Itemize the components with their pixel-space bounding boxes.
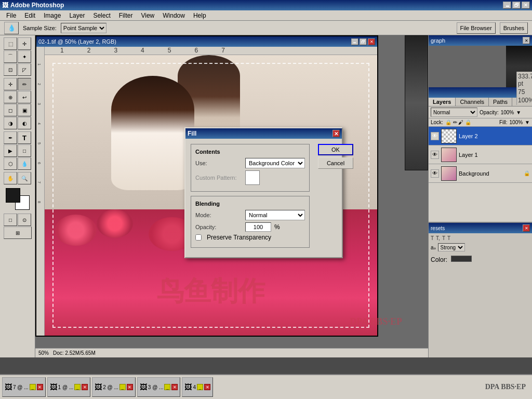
fill-cancel-button[interactable]: Cancel xyxy=(318,157,353,169)
color-swatch[interactable] xyxy=(451,256,472,262)
brush-tool[interactable]: ✏ xyxy=(18,78,31,90)
fill-dialog-body: Contents Use: Background Color Foregroun… xyxy=(185,139,342,257)
fill-use-label: Use: xyxy=(195,160,242,166)
magic-wand-tool[interactable]: ✦ xyxy=(18,50,31,63)
layer-item-layer1[interactable]: 👁 Layer 1 xyxy=(429,145,532,164)
task4-min-button[interactable]: _ xyxy=(197,384,203,390)
menu-edit[interactable]: Edit xyxy=(20,11,39,20)
doc-restore-button[interactable]: 🗗 xyxy=(360,38,367,45)
close-button[interactable]: ✕ xyxy=(522,2,530,9)
layer-item-background[interactable]: 👁 Background 🔒 xyxy=(429,164,532,183)
dodge-tool[interactable]: ◑ xyxy=(4,117,17,129)
task3-min-button[interactable]: _ xyxy=(164,384,170,390)
fill-mode-label: Mode: xyxy=(195,212,242,218)
path-select-tool[interactable]: ▶ xyxy=(4,144,17,157)
task4-close-button[interactable]: ✕ xyxy=(204,384,210,390)
task3-close-button[interactable]: ✕ xyxy=(171,384,178,390)
pen-tool[interactable]: ✒ xyxy=(4,131,17,144)
tab-channels[interactable]: Channels xyxy=(456,98,488,106)
tab-paths[interactable]: Paths xyxy=(489,98,512,106)
menu-image[interactable]: Image xyxy=(39,11,65,20)
menu-view[interactable]: View xyxy=(137,11,158,20)
task7-icon: 🖼 xyxy=(5,383,12,391)
tab-layers[interactable]: Layers xyxy=(429,98,456,106)
doc-close-button[interactable]: ✕ xyxy=(368,38,375,45)
eyedropper-tool-icon: 💧 xyxy=(4,22,19,34)
fill-pattern-preview[interactable] xyxy=(245,170,260,185)
history-tool[interactable]: ↩ xyxy=(18,91,31,103)
task7-min-button[interactable]: _ xyxy=(30,384,36,390)
screen-mode-button[interactable]: ⊞ xyxy=(4,227,32,239)
3d-tool[interactable]: ⬡ xyxy=(4,157,17,170)
lasso-tool[interactable]: ⌒ xyxy=(4,50,17,63)
slice-tool[interactable]: ◸ xyxy=(18,63,31,76)
taskbar-item-7[interactable]: 🖼 7 @ ... _ ✕ xyxy=(2,377,46,397)
layer-visibility-layer2[interactable]: 👁 xyxy=(431,132,439,140)
foreground-color-swatch[interactable] xyxy=(6,188,20,203)
brushes-button[interactable]: Brushes xyxy=(500,22,528,34)
gradient-tool[interactable]: ▣ xyxy=(18,104,31,116)
marquee-tool[interactable]: ⬚ xyxy=(4,37,17,50)
layer-item-layer2[interactable]: 👁 Layer 2 xyxy=(429,127,532,145)
horizontal-ruler: 1 2 3 4 5 6 7 xyxy=(45,47,377,55)
layer-visibility-layer1[interactable]: 👁 xyxy=(431,151,439,159)
taskbar-item-4[interactable]: 🖼 4 _ ✕ xyxy=(182,377,213,397)
menu-layer[interactable]: Layer xyxy=(65,11,89,20)
menu-file[interactable]: File xyxy=(2,11,20,20)
fill-use-row: Use: Background Color Foreground Color P… xyxy=(195,158,305,168)
strong-select[interactable]: Strong xyxy=(438,243,465,251)
maximize-button[interactable]: 🗗 xyxy=(512,2,521,9)
num-333: 333.75 pt xyxy=(518,73,531,87)
quick-mask-button[interactable]: ⊙ xyxy=(18,214,31,226)
arrow-icon[interactable]: ▼ xyxy=(516,110,521,115)
move-tool[interactable]: ✛ xyxy=(18,37,31,50)
menu-filter[interactable]: Filter xyxy=(115,11,137,20)
fill-ok-button[interactable]: OK xyxy=(318,144,353,155)
eyedropper-tool[interactable]: 💧 xyxy=(18,157,31,170)
clone-tool[interactable]: ⊕ xyxy=(4,91,17,103)
task1-min-button[interactable]: _ xyxy=(74,384,81,390)
taskbar-item-1[interactable]: 🖼 1 @ ... _ ✕ xyxy=(47,377,91,397)
fill-opacity-input[interactable] xyxy=(245,222,271,232)
taskbar-item-3[interactable]: 🖼 3 @ ... _ ✕ xyxy=(137,377,181,397)
file-browser-button[interactable]: File Browser xyxy=(457,22,496,34)
blend-mode-select[interactable]: Normal Multiply Screen xyxy=(431,108,477,117)
fill-label: Fill: xyxy=(499,119,508,125)
fill-mode-select[interactable]: Normal Multiply Screen Overlay Dissolve … xyxy=(245,210,305,220)
task2-close-button[interactable]: ✕ xyxy=(127,384,133,390)
crop-tool[interactable]: ⊡ xyxy=(4,63,17,76)
standard-mode-button[interactable]: □ xyxy=(4,214,17,226)
graph-close-button[interactable]: ✕ xyxy=(523,37,530,44)
eraser-tool[interactable]: ◻ xyxy=(4,104,17,116)
heal-tool[interactable]: ✛ xyxy=(4,78,17,90)
task7-close-button[interactable]: ✕ xyxy=(37,384,43,390)
fill-custom-pattern-row: Custom Pattern: xyxy=(195,170,305,185)
doc-minimize-button[interactable]: 🗕 xyxy=(351,38,358,45)
sample-size-select[interactable]: Point Sample xyxy=(61,23,107,33)
task2-min-button[interactable]: _ xyxy=(119,384,126,390)
strong-row: aₐ Strong xyxy=(431,243,530,251)
fill-use-select[interactable]: Background Color Foreground Color Patter… xyxy=(245,158,305,168)
type-tool[interactable]: T xyxy=(18,131,31,144)
zoom-tool[interactable]: 🔍 xyxy=(18,172,31,184)
menu-window[interactable]: Window xyxy=(158,11,189,20)
layer-name-background: Background xyxy=(459,170,489,177)
graph-title: graph xyxy=(431,37,523,44)
hand-tool[interactable]: ✋ xyxy=(4,172,17,184)
menu-help[interactable]: Help xyxy=(189,11,210,20)
blur-tool[interactable]: ◐ xyxy=(18,117,31,129)
fill-close-button[interactable]: ✕ xyxy=(332,130,340,137)
fill-preserve-checkbox[interactable] xyxy=(195,234,202,241)
menu-select[interactable]: Select xyxy=(89,11,114,20)
doc-size: Doc: 2.52M/5.65M xyxy=(53,350,96,356)
minimize-button[interactable]: 🗕 xyxy=(503,2,511,9)
taskbar-item-2[interactable]: 🖼 2 @ ... _ ✕ xyxy=(92,377,136,397)
task1-close-button[interactable]: ✕ xyxy=(82,384,88,390)
secondary-panel-close[interactable]: ✕ xyxy=(523,224,530,232)
fill-arrow-icon[interactable]: ▼ xyxy=(525,119,530,125)
task3-label: 3 @ ... xyxy=(148,384,164,390)
shape-tool[interactable]: □ xyxy=(18,144,31,157)
task7-label: 7 @ ... xyxy=(13,384,29,390)
layer-visibility-background[interactable]: 👁 xyxy=(431,169,439,178)
title-text: Adobe Photoshop xyxy=(10,2,502,9)
